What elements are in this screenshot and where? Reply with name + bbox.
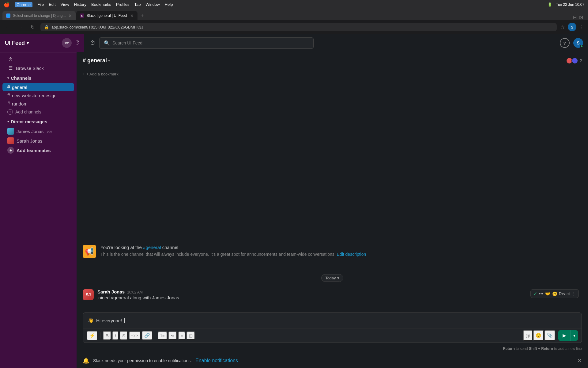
menu-view[interactable]: View — [61, 2, 69, 7]
attachment-button[interactable]: 📎 — [545, 330, 555, 341]
sidebar-nav: ⏱ ☰ Browse Slack ▾ Channels # general # … — [0, 52, 77, 158]
menu-help[interactable]: Help — [165, 2, 173, 7]
dm-sarah-jonas[interactable]: Sarah Jonas — [2, 136, 74, 145]
react-button[interactable]: 😊 React — [552, 291, 570, 296]
tab-django[interactable]: 🌐 Select email to change | Djang... ✕ — [2, 11, 76, 20]
indent-button[interactable]: ≡ — [178, 332, 186, 340]
user-avatar[interactable]: S — [573, 38, 583, 48]
lightning-button[interactable]: ⚡ — [87, 331, 98, 340]
intro-desc-text: This is the one channel that will always… — [100, 252, 336, 257]
at-mention-button[interactable]: @ — [523, 330, 533, 341]
browser-expand[interactable]: ⊠ — [579, 14, 583, 20]
dismiss-notification-button[interactable]: ✕ — [577, 357, 582, 364]
message-time: 10:02 AM — [127, 290, 143, 294]
message-author[interactable]: Sarah Jonas — [97, 289, 125, 294]
italic-button[interactable]: I — [112, 331, 119, 340]
react-icon: 😊 — [552, 291, 557, 296]
topbar-clock-icon[interactable]: ⏱ — [90, 40, 96, 46]
browser-minimize[interactable]: ⊟ — [573, 14, 577, 20]
bookmark-bar: + + Add a bookmark — [77, 69, 588, 79]
back-button[interactable]: ← — [4, 23, 12, 31]
menu-profiles[interactable]: Profiles — [116, 2, 129, 7]
checkmark-button[interactable]: ✓ — [533, 291, 537, 297]
channel-intro-text: You're looking at the #general channel T… — [100, 245, 366, 258]
sidebar-browse-slack[interactable]: ☰ Browse Slack — [2, 64, 74, 72]
channel-intro-desc: This is the one channel that will always… — [100, 252, 366, 257]
clock-icon-topbar[interactable]: ⏱ — [77, 40, 80, 46]
add-bookmark-button[interactable]: + + Add a bookmark — [83, 72, 119, 76]
code-button[interactable]: </> — [129, 332, 141, 339]
member-avatar-2 — [571, 57, 578, 64]
refresh-button[interactable]: ↻ — [28, 23, 37, 31]
compose-button[interactable]: ✏ — [62, 38, 72, 48]
intro-title-prefix: You're looking at the — [100, 245, 142, 250]
menu-chrome[interactable]: Chrome — [15, 2, 32, 7]
help-button[interactable]: ? — [560, 38, 570, 48]
emoji-button[interactable]: 🙂 — [533, 330, 544, 341]
unordered-list-button[interactable]: •≡ — [168, 332, 177, 340]
share-button[interactable]: 🤝 — [545, 291, 550, 296]
sidebar: UI Feed ▾ ✏ ⏱ ☰ Browse Slack ▾ Channels — [0, 34, 77, 368]
save-button[interactable]: ◫ — [187, 332, 195, 340]
send-dropdown-button[interactable]: ▾ — [571, 330, 578, 341]
channel-item-random[interactable]: # random — [2, 100, 74, 108]
workspace-name[interactable]: UI Feed ▾ — [5, 40, 29, 46]
menu-edit[interactable]: Edit — [49, 2, 55, 7]
menu-file[interactable]: File — [37, 2, 44, 7]
channel-title[interactable]: # general ▾ — [83, 57, 110, 64]
link-button[interactable]: 🔗 — [142, 331, 153, 340]
channels-section-header[interactable]: ▾ Channels — [2, 74, 74, 82]
menu-history[interactable]: History — [74, 2, 86, 7]
dm-name-sarah: Sarah Jonas — [17, 138, 42, 144]
channel-item-new-website-redesign[interactable]: # new-website-redesign — [2, 91, 74, 99]
send-main-button[interactable]: ▶ — [558, 330, 571, 341]
menu-window[interactable]: Window — [145, 2, 160, 7]
workspace-dropdown-icon: ▾ — [27, 40, 29, 45]
chrome-profile-avatar[interactable]: S — [568, 23, 576, 31]
edit-description-link[interactable]: Edit description — [337, 252, 366, 257]
tab-slack[interactable]: S Slack | general | UI Feed ✕ — [76, 11, 138, 20]
avatar-sarah-jonas — [7, 137, 14, 144]
mac-menubar: 🍎 Chrome File Edit View History Bookmark… — [0, 0, 588, 9]
send-group: ▶ ▾ — [558, 330, 578, 341]
more-actions-button[interactable]: ••• — [539, 291, 544, 296]
message-more-icon[interactable]: ⋮ — [572, 291, 576, 296]
forward-button[interactable]: → — [16, 23, 24, 31]
add-teammates-item[interactable]: + Add teammates — [2, 146, 74, 155]
address-bar: ← → ↻ 🔒 app.slack.com/client/T025KU6F822… — [0, 20, 588, 34]
message-actions: ✓ ••• 🤝 😊 React ⋮ — [530, 289, 579, 298]
menu-tab[interactable]: Tab — [134, 2, 141, 7]
channel-header-right: 2 — [566, 57, 582, 64]
menu-bookmarks[interactable]: Bookmarks — [91, 2, 111, 7]
tab-favicon-django: 🌐 — [6, 13, 10, 18]
ordered-list-button[interactable]: 1≡ — [158, 332, 167, 340]
user-initial: S — [577, 40, 579, 45]
channel-link[interactable]: #general — [143, 245, 161, 250]
menubar-right: 🔋 Tue 22 Jun 10:07 — [548, 2, 584, 7]
notification-bar: 🔔 Slack needs your permission to enable … — [77, 353, 588, 368]
message-input-box[interactable]: 👋 Hi everyone! ⚡ B I S </> 🔗 1≡ •≡ ≡ — [83, 312, 582, 343]
strikethrough-button[interactable]: S — [120, 331, 128, 340]
dm-section-header[interactable]: ▾ Direct messages — [2, 117, 74, 126]
today-badge[interactable]: Today ▾ — [321, 274, 343, 282]
search-bar[interactable]: 🔍 Search UI Feed — [99, 37, 314, 49]
member-count[interactable]: 2 — [566, 57, 582, 64]
channel-name-general: general — [12, 85, 27, 90]
add-bookmark-icon: + — [83, 72, 85, 76]
channels-chevron-icon: ▾ — [7, 76, 9, 80]
message-input-content[interactable]: 👋 Hi everyone! — [83, 313, 582, 328]
compose-icon: ✏ — [65, 40, 69, 46]
dm-james-jonas[interactable]: James Jonas you — [2, 127, 74, 136]
tab-close-slack[interactable]: ✕ — [130, 13, 134, 18]
tab-close-django[interactable]: ✕ — [68, 13, 72, 18]
new-tab-button[interactable]: + — [138, 12, 147, 20]
sidebar-history-item[interactable]: ⏱ — [2, 55, 74, 63]
enable-notifications-link[interactable]: Enable notifications — [195, 358, 238, 363]
bookmark-star-icon[interactable]: ☆ — [560, 24, 565, 30]
add-channels-item[interactable]: + Add channels — [2, 108, 74, 116]
address-input[interactable]: 🔒 app.slack.com/client/T025KU6F822/C026G… — [40, 23, 557, 31]
browser-menu-icon[interactable]: ⋮ — [579, 24, 584, 30]
channel-item-general[interactable]: # general — [2, 83, 74, 91]
bold-button[interactable]: B — [103, 331, 111, 340]
apple-icon[interactable]: 🍎 — [4, 2, 10, 8]
